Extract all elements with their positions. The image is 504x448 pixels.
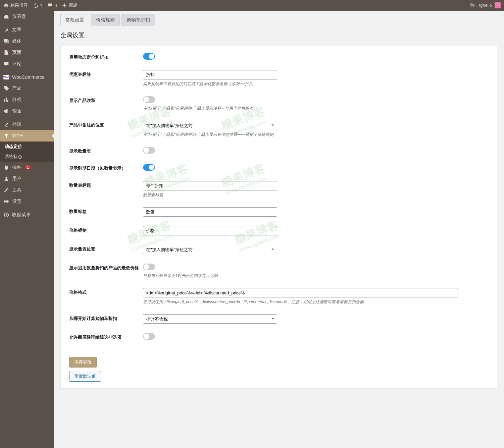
input-coupon-label[interactable] [143,70,277,79]
comment-icon [47,3,53,8]
pin-icon [3,27,9,33]
input-price-label[interactable] [143,226,277,235]
desc-qty-table-title: 数量表标题 [143,192,489,198]
plug-icon [3,164,9,170]
sidebar-item-tools[interactable]: 工具 [0,184,54,196]
settings-panel: 启用动态定价和折扣 优惠券标签 如果购物车中有折扣的话在其中显示优惠券名称（添加… [60,46,497,389]
label-coupon-label: 优惠券标签 [69,70,143,77]
brush-icon [3,121,9,127]
comments-count: 0 [54,3,57,8]
toggle-allow-manager[interactable] [143,333,155,340]
submenu-system-status[interactable]: 系统状态 [0,152,54,162]
admin-toolbar: 糖果博客 1 0 新建 嗨，tghello [0,0,504,11]
label-price-format: 价格格式 [69,288,143,295]
main-content: 常规设置 价格规则 购物车折扣 全局设置 启用动态定价和折扣 优惠券标签 如果购… [54,11,504,399]
sidebar-item-media[interactable]: 媒体 [0,36,54,47]
toggle-enable-dynamic[interactable] [143,53,155,60]
input-price-format[interactable] [143,288,458,297]
toggle-show-note[interactable] [143,96,155,103]
label-show-lowest: 显示启用数量折扣的产品的最低价格 [69,264,143,271]
select-calc-from[interactable]: 小计不含税 [143,314,277,324]
sidebar-collapse[interactable]: 收起菜单 [0,209,54,221]
site-link[interactable]: 糖果博客 [3,2,28,8]
label-note-position: 产品中备注的位置 [69,121,143,128]
page-icon [3,50,9,56]
home-icon [3,3,9,8]
sidebar-item-users[interactable]: 用户 [0,173,54,184]
tab-cart-discount[interactable]: 购物车折扣 [121,14,155,26]
toggle-show-lowest[interactable] [143,264,155,270]
sidebar-item-dashboard[interactable]: 仪表盘 [0,11,54,22]
media-icon [3,38,9,44]
submenu-dynamic-pricing[interactable]: 动态定价 [0,142,54,152]
sidebar-item-woocommerce[interactable]: WooWooCommerce [0,72,54,82]
sidebar-item-sales[interactable]: 销售 [0,105,54,117]
label-allow-manager: 允许商店经理编辑这些选项 [69,333,143,340]
new-link[interactable]: 新建 [62,2,78,8]
avatar[interactable] [495,2,501,8]
nav-tabs: 常规设置 价格规则 购物车折扣 [60,14,497,26]
sidebar-item-appearance[interactable]: 外观 [0,119,54,130]
label-qty-label: 数量标签 [69,207,143,215]
desc-show-lowest: 只有当从数量等于1时开始折扣才是可见的 [143,273,489,279]
label-price-label: 价格标签 [69,226,143,233]
input-qty-label[interactable] [143,207,277,217]
label-table-position: 显示量表位置 [69,245,143,252]
toggle-show-qty-table[interactable] [143,147,155,154]
desc-price-format: 您可以使用：%original_price%，%discounted_price… [143,299,489,305]
select-note-position[interactable]: 在"加入购物车"按钮之前 [143,121,277,130]
save-button[interactable]: 保存更改 [69,357,97,368]
label-show-expiry: 显示到期日期（以数量表示） [69,164,143,171]
sidebar-item-analytics[interactable]: 分析 [0,94,54,105]
site-name: 糖果博客 [10,2,28,8]
user-icon [3,176,9,182]
wrench-icon [3,187,9,193]
toggle-show-expiry[interactable] [143,164,155,171]
select-table-position[interactable]: 在"加入购物车"按钮之前 [143,245,277,254]
label-calc-from: 从哪开始计算购物车折扣 [69,314,143,322]
label-show-note: 显示产品注释 [69,96,143,104]
yith-icon [3,133,9,139]
label-enable-dynamic: 启用动态定价和折扣 [69,53,143,60]
woo-icon: Woo [3,75,9,79]
reset-button[interactable]: 重置默认值 [69,371,101,382]
sliders-icon [3,199,9,205]
greeting[interactable]: 嗨，tghello [470,2,492,8]
input-qty-table-title[interactable] [143,181,277,190]
plugins-badge: 1 [25,165,31,169]
new-label: 新建 [69,2,78,8]
sidebar-item-products[interactable]: 产品 [0,82,54,94]
megaphone-icon [3,108,9,114]
plus-icon [62,3,67,8]
desc-coupon-label: 如果购物车中有折扣的话在其中显示优惠券名称（添加一个字） [143,81,489,87]
sidebar-item-settings[interactable]: 设置 [0,196,54,207]
label-show-qty-table: 显示数量表 [69,147,143,154]
sidebar-item-pages[interactable]: 页面 [0,47,54,58]
sidebar-item-yith[interactable]: YITH [0,130,54,142]
sidebar-item-posts[interactable]: 文章 [0,24,54,36]
tag-icon [3,85,9,91]
collapse-icon [3,212,9,218]
admin-sidebar: 仪表盘 文章 媒体 页面 评论 WooWooCommerce 产品 分析 销售 … [0,11,54,399]
refresh-icon [33,3,38,8]
comments-link[interactable]: 0 [47,3,57,8]
tab-price-rules[interactable]: 价格规则 [91,14,120,26]
label-qty-table-title: 数量表标题 [69,181,143,188]
updates-count: 1 [40,3,42,8]
page-title: 全局设置 [60,31,497,39]
chat-icon [3,61,9,67]
tab-general[interactable]: 常规设置 [60,14,89,26]
dashboard-icon [3,13,9,19]
sidebar-item-comments[interactable]: 评论 [0,58,54,70]
desc-note-position: 在"应用于"产品和"应用调整到"产品上显示备注的位置——适用于价格规则 [143,132,489,137]
chart-icon [3,97,9,103]
desc-show-note: 在"应用于"产品和"应用调整"产品上显示注释 - 可用于价格规则 [143,106,489,111]
sidebar-item-plugins[interactable]: 插件1 [0,162,54,173]
updates-link[interactable]: 1 [33,3,42,8]
